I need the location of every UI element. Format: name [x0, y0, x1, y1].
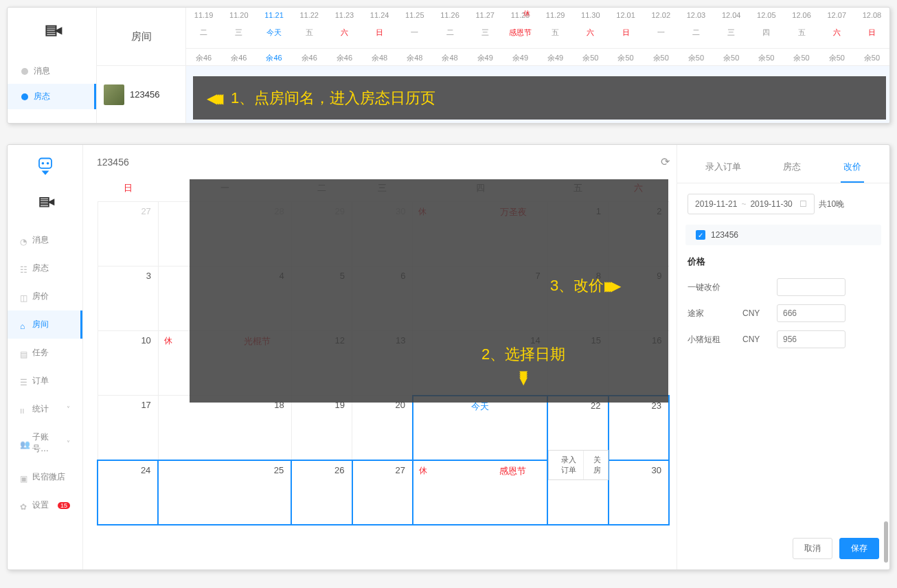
calendar-day-cell[interactable]: 今天: [413, 396, 547, 460]
sidebar-item-房价[interactable]: ◫房价: [8, 282, 82, 310]
price-input[interactable]: [777, 278, 845, 296]
sidebar-item-消息[interactable]: ◔消息: [8, 226, 82, 254]
nav-icon: ☷: [20, 265, 27, 272]
calendar-day-cell[interactable]: 16: [609, 331, 669, 396]
menu-toggle-icon[interactable]: ▤◂: [45, 21, 59, 38]
calendar-day-cell[interactable]: 26: [291, 460, 352, 525]
date-column[interactable]: 11.27三余49: [468, 8, 503, 65]
menu-toggle-icon[interactable]: ▤◂: [38, 194, 52, 209]
calendar-day-cell[interactable]: 休感恩节: [413, 460, 547, 525]
checkbox-checked-icon[interactable]: ✓: [696, 230, 705, 240]
date-column[interactable]: 12.01日余50: [608, 8, 643, 65]
price-label: 小猪短租: [688, 334, 742, 346]
calendar-day-cell[interactable]: 2: [609, 202, 669, 267]
calendar-day-cell[interactable]: 30: [352, 202, 413, 267]
calendar-day-cell[interactable]: 1: [547, 202, 608, 267]
calendar-day-cell[interactable]: 3: [98, 267, 158, 331]
calendar-day-cell[interactable]: 6: [352, 267, 413, 331]
date-range-picker[interactable]: 2019-11-21 ~ 2019-11-30 ☐: [688, 194, 815, 214]
date-column[interactable]: 休11.28感恩节余49: [503, 8, 538, 65]
calendar-day-cell[interactable]: 20: [352, 396, 413, 460]
date-column[interactable]: 11.19二余46: [186, 8, 221, 65]
date-column[interactable]: 12.06五余50: [784, 8, 819, 65]
date-column[interactable]: 11.20三余46: [221, 8, 256, 65]
weekday-header: 二: [291, 175, 352, 202]
calendar-day-cell[interactable]: 27: [352, 460, 413, 525]
calendar-day-cell[interactable]: 10: [98, 331, 158, 396]
calendar-day-cell[interactable]: 22录入订单关房: [547, 396, 608, 460]
popup-close-button[interactable]: 关房: [584, 451, 608, 479]
date-column[interactable]: 12.04三余50: [714, 8, 749, 65]
top-panel: ▤◂ 消息 房态 房间 11.19二余4611.20三余4611.21今天余46…: [7, 7, 890, 124]
calendar-day-cell[interactable]: 27: [98, 202, 158, 267]
scrollbar-thumb[interactable]: [884, 521, 888, 563]
calendar-day-cell[interactable]: 9: [609, 267, 669, 331]
date-column[interactable]: 12.07六余50: [819, 8, 854, 65]
price-section: 价格 一键改价途家CNY小猪短租CNY: [677, 245, 889, 367]
calendar-day-cell[interactable]: 14: [413, 331, 547, 396]
start-date: 2019-11-21: [695, 199, 737, 209]
sidebar-item-民宿微店[interactable]: ▣民宿微店: [8, 463, 82, 491]
date-column[interactable]: 11.22五余46: [292, 8, 327, 65]
calendar-day-cell[interactable]: 休光棍节: [158, 331, 291, 396]
cancel-button[interactable]: 取消: [793, 538, 832, 559]
price-input[interactable]: [777, 304, 845, 322]
calendar-day-cell[interactable]: 25: [158, 460, 291, 525]
calendar-day-cell[interactable]: 休万圣夜: [413, 202, 547, 267]
date-column[interactable]: 11.25一余48: [397, 8, 432, 65]
sidebar-item-房间[interactable]: ⌂房间: [8, 310, 82, 339]
calendar-day-cell[interactable]: 13: [352, 331, 413, 396]
calendar-day-cell[interactable]: 28: [158, 202, 291, 267]
nav-room-status[interactable]: 房态: [8, 84, 96, 109]
date-column[interactable]: 12.05四余50: [749, 8, 784, 65]
calendar-week-row: 3456789: [98, 267, 669, 331]
date-columns: 11.19二余4611.20三余4611.21今天余4611.22五余4611.…: [186, 8, 889, 65]
calendar-week-row: 27282930休万圣夜12: [98, 202, 669, 267]
calendar-day-cell[interactable]: 29: [291, 202, 352, 267]
date-column[interactable]: 12.03二余50: [679, 8, 714, 65]
date-range-row: 2019-11-21 ~ 2019-11-30 ☐ 共10晚: [677, 183, 889, 225]
calendar-icon: ☐: [799, 199, 807, 209]
tab-status[interactable]: 房态: [780, 155, 804, 183]
sidebar-item-统计[interactable]: ıı统计˅: [8, 395, 82, 423]
room-check-row[interactable]: ✓ 123456: [685, 225, 881, 245]
calendar-day-cell[interactable]: 4: [158, 267, 291, 331]
sidebar-item-设置[interactable]: ✿设置15: [8, 491, 82, 519]
sidebar-item-子账号…[interactable]: 👥子账号…˅: [8, 423, 82, 463]
date-column[interactable]: 12.08日余50: [854, 8, 889, 65]
date-column[interactable]: 12.02一余50: [644, 8, 679, 65]
date-column[interactable]: 11.26二余48: [432, 8, 467, 65]
calendar-day-cell[interactable]: 15: [547, 331, 608, 396]
sidebar-item-房态[interactable]: ☷房态: [8, 254, 82, 282]
calendar-day-cell[interactable]: 12: [291, 331, 352, 396]
room-cell[interactable]: 123456: [97, 66, 186, 123]
room-thumbnail: [104, 84, 124, 105]
save-button[interactable]: 保存: [839, 538, 879, 559]
calendar-day-cell[interactable]: 8: [547, 267, 608, 331]
date-column[interactable]: 11.29五余49: [538, 8, 573, 65]
nav-messages[interactable]: 消息: [8, 58, 96, 84]
popup-order-button[interactable]: 录入订单: [549, 451, 584, 479]
date-column[interactable]: 11.24日余48: [362, 8, 397, 65]
date-column[interactable]: 11.30六余50: [573, 8, 608, 65]
nav-icon: ▣: [20, 474, 27, 481]
date-column[interactable]: 11.21今天余46: [256, 8, 291, 65]
calendar-day-cell[interactable]: 24: [98, 460, 158, 525]
tab-order[interactable]: 录入订单: [703, 155, 744, 183]
weekday-header: 日: [98, 175, 158, 202]
sidebar-item-订单[interactable]: ☰订单: [8, 367, 82, 395]
sidebar-item-任务[interactable]: ▤任务: [8, 339, 82, 367]
calendar-day-cell[interactable]: 18: [158, 396, 291, 460]
tab-price[interactable]: 改价: [841, 155, 864, 183]
calendar-day-cell[interactable]: 17: [98, 396, 158, 460]
date-column[interactable]: 11.23六余46: [327, 8, 362, 65]
room-name: 123456: [130, 89, 159, 100]
refresh-icon[interactable]: ⟳: [661, 155, 670, 168]
app-logo[interactable]: [33, 155, 58, 180]
calendar-day-cell[interactable]: 23: [609, 396, 669, 460]
calendar-day-cell[interactable]: 7: [413, 267, 547, 331]
calendar-day-cell[interactable]: 30: [609, 460, 669, 525]
calendar-day-cell[interactable]: 5: [291, 267, 352, 331]
price-input[interactable]: [777, 330, 845, 348]
calendar-day-cell[interactable]: 19: [291, 396, 352, 460]
